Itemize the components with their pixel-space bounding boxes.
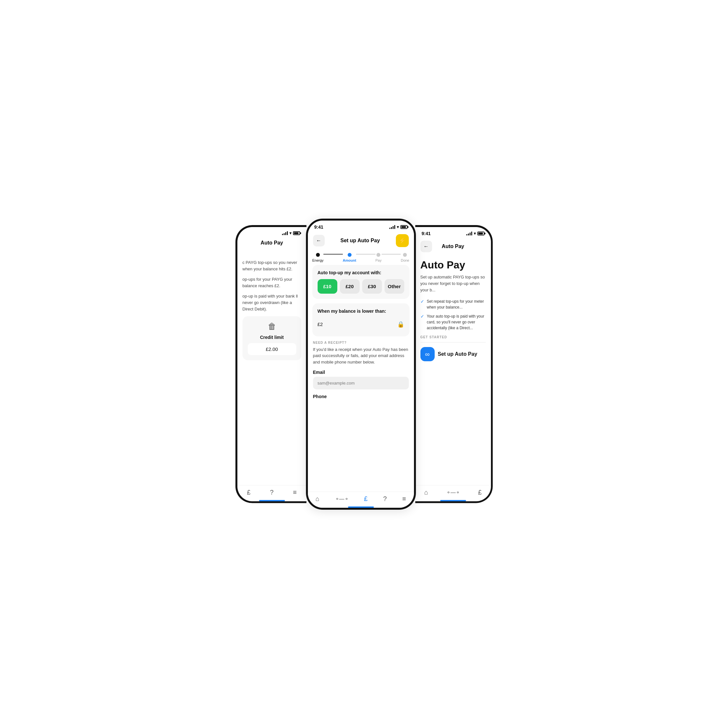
- left-content: c PAYG top-ups so you never when your ba…: [237, 248, 307, 485]
- center-status-icons: ▾: [389, 225, 407, 229]
- amount-btn-20[interactable]: £20: [340, 279, 359, 294]
- left-credit-card: 🗑 Credit limit £2.00: [243, 316, 301, 360]
- autopay-title: Auto Pay: [421, 259, 486, 271]
- left-screen: ▾ Auto Pay c PAYG top-ups so you never w…: [237, 227, 307, 501]
- center-status-bar: 9:41 ▾: [308, 220, 414, 232]
- center-nav-money-icon[interactable]: £: [364, 495, 368, 503]
- connector-1: [323, 254, 343, 254]
- right-nav-header: ← Auto Pay: [415, 238, 491, 255]
- left-nav-help-icon[interactable]: ?: [270, 489, 274, 496]
- step-amount-label: Amount: [343, 258, 356, 262]
- right-battery-icon: [477, 232, 485, 236]
- receipt-label: NEED A RECEIPT?: [313, 341, 409, 344]
- check-icon-1: ✓: [421, 299, 424, 304]
- step-done-dot: [403, 253, 407, 257]
- receipt-section: NEED A RECEIPT? If you'd like a receipt …: [312, 341, 410, 399]
- credit-label: Credit limit: [260, 335, 284, 340]
- signal-icon: [282, 231, 288, 235]
- right-nav-home-icon[interactable]: ⌂: [424, 489, 428, 496]
- left-status-bar: ▾: [237, 227, 307, 237]
- center-signal-icon: [389, 225, 395, 229]
- center-screen: 9:41 ▾ ← Set up Auto Pay: [308, 220, 414, 508]
- center-nav-usage-icon[interactable]: ⚬—⚬: [335, 496, 349, 502]
- left-text-1: c PAYG top-ups so you never when your ba…: [243, 259, 301, 272]
- step-energy: Energy: [312, 253, 324, 262]
- connector-3: [382, 254, 401, 254]
- center-bottom-nav: ⌂ ⚬—⚬ £ ? ≡: [308, 492, 414, 508]
- center-nav-help-icon[interactable]: ?: [383, 495, 387, 503]
- balance-card-title: When my balance is lower than:: [318, 309, 404, 314]
- right-header-title: Auto Pay: [442, 243, 464, 249]
- phone-left: ▾ Auto Pay c PAYG top-ups so you never w…: [236, 225, 307, 503]
- left-header-title: Auto Pay: [261, 240, 283, 246]
- step-pay-dot: [376, 253, 380, 257]
- right-signal-icon: [466, 232, 472, 236]
- divider: [421, 342, 486, 343]
- center-action-button[interactable]: ⚡: [396, 234, 409, 247]
- left-status-icons: ▾: [282, 231, 300, 236]
- amount-btn-30[interactable]: £30: [362, 279, 382, 294]
- step-amount-dot: [348, 253, 352, 257]
- lightning-icon: ⚡: [399, 237, 406, 244]
- center-wifi-icon: ▾: [397, 225, 399, 229]
- check-text-1: Set repeat top-ups for your meter when y…: [427, 298, 486, 310]
- wifi-icon: ▾: [289, 231, 291, 236]
- left-bottom-nav: £ ? ≡: [237, 485, 307, 501]
- right-time: 9:41: [422, 231, 431, 236]
- right-content: Auto Pay Set up automatic PAYG top-ups s…: [415, 255, 491, 485]
- receipt-description: If you'd like a receipt when your Auto P…: [313, 346, 409, 366]
- check-item-1: ✓ Set repeat top-ups for your meter when…: [421, 298, 486, 310]
- balance-card: When my balance is lower than: £2 🔒: [312, 303, 410, 336]
- scene: ▾ Auto Pay c PAYG top-ups so you never w…: [193, 193, 535, 535]
- setup-autopay-button[interactable]: ∞ Set up Auto Pay: [421, 347, 486, 361]
- infinity-icon: ∞: [421, 347, 435, 361]
- right-back-button[interactable]: ←: [421, 241, 432, 252]
- left-text-3: op-up is paid with your bank ll never go…: [243, 293, 301, 312]
- left-text-2: op-ups for your PAYG your balance reache…: [243, 276, 301, 289]
- phone-label: Phone: [313, 394, 409, 399]
- center-content: Auto top-up my account with: £10 £20 £30…: [308, 262, 414, 492]
- center-battery-icon: [401, 225, 407, 229]
- center-nav-menu-icon[interactable]: ≡: [402, 495, 406, 503]
- center-nav-header: ← Set up Auto Pay ⚡: [308, 232, 414, 250]
- left-nav-money-icon[interactable]: £: [247, 489, 251, 496]
- right-nav-money-icon[interactable]: £: [478, 489, 482, 496]
- step-amount: Amount: [343, 253, 356, 262]
- center-header-title: Set up Auto Pay: [340, 238, 380, 243]
- phone-right: 9:41 ▾ ← Auto Pay: [415, 225, 493, 503]
- center-back-button[interactable]: ←: [313, 235, 325, 246]
- lock-icon: 🔒: [397, 321, 404, 328]
- left-nav-menu-icon[interactable]: ≡: [293, 489, 297, 496]
- right-back-icon: ←: [424, 243, 429, 249]
- amount-btn-10[interactable]: £10: [318, 279, 337, 294]
- email-input[interactable]: [313, 377, 409, 389]
- step-done-label: Done: [401, 258, 409, 262]
- center-nav-home-icon[interactable]: ⌂: [315, 495, 319, 503]
- center-back-icon: ←: [316, 238, 321, 243]
- check-item-2: ✓ Your auto top-up is paid with your car…: [421, 314, 486, 331]
- right-bottom-nav: ⌂ ⚬—⚬ £: [415, 485, 491, 501]
- balance-value: £2: [318, 321, 323, 327]
- get-started-label: GET STARTED: [421, 335, 486, 339]
- amount-btn-other[interactable]: Other: [385, 279, 404, 294]
- amount-card-title: Auto top-up my account with:: [318, 270, 404, 275]
- check-icon-2: ✓: [421, 314, 424, 319]
- amount-buttons: £10 £20 £30 Other: [318, 279, 404, 294]
- stepper: Energy Amount Pay Done: [308, 250, 414, 262]
- step-pay-label: Pay: [375, 258, 382, 262]
- right-status-icons: ▾: [466, 231, 485, 236]
- setup-autopay-label: Set up Auto Pay: [438, 351, 477, 357]
- autopay-description: Set up automatic PAYG top-ups so you nev…: [421, 274, 486, 293]
- email-label: Email: [313, 370, 409, 375]
- battery-icon: [293, 231, 300, 235]
- step-energy-label: Energy: [312, 258, 324, 262]
- right-nav-usage-icon[interactable]: ⚬—⚬: [446, 489, 460, 496]
- phone-center: 9:41 ▾ ← Set up Auto Pay: [306, 219, 416, 510]
- balance-row: £2 🔒: [318, 318, 404, 331]
- step-energy-dot: [316, 253, 320, 257]
- right-status-bar: 9:41 ▾: [415, 227, 491, 238]
- right-screen: 9:41 ▾ ← Auto Pay: [415, 227, 491, 501]
- right-wifi-icon: ▾: [474, 231, 476, 236]
- step-pay: Pay: [375, 253, 382, 262]
- left-nav-header: Auto Pay: [237, 237, 307, 248]
